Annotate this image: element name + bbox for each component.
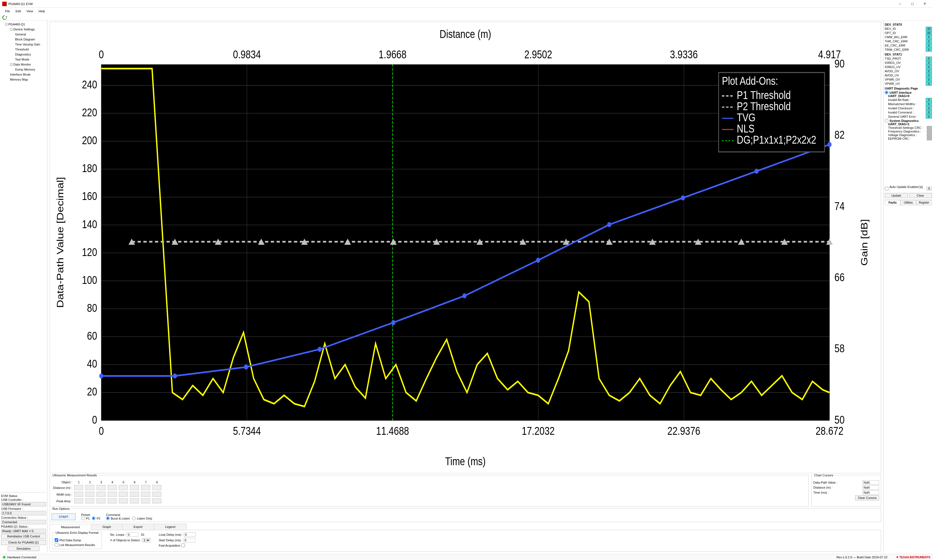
left-panel: -PGA460-Q1 -Device Settings General Bloc… bbox=[0, 21, 48, 553]
menu-edit[interactable]: Edit bbox=[13, 9, 24, 14]
tree-data-monitor[interactable]: -Data Monitor bbox=[1, 62, 46, 67]
tab-export[interactable]: Export bbox=[122, 524, 154, 530]
svg-text:100: 100 bbox=[82, 274, 97, 286]
svg-point-54 bbox=[244, 365, 248, 369]
tree-block-diagram[interactable]: Block Diagram bbox=[1, 37, 46, 42]
uart-diag0-label: UART_DIAG=0 bbox=[888, 94, 910, 98]
right-panel: DEV_STAT0 REV_ID10OPT_ID00CMW_WU_ERR0THR… bbox=[883, 21, 933, 553]
time-value[interactable] bbox=[862, 490, 879, 495]
tab-utilities[interactable]: Utilities bbox=[901, 200, 916, 205]
svg-text:22.9376: 22.9376 bbox=[667, 425, 700, 437]
status-row: EE_CRC_ERR0 bbox=[885, 43, 932, 48]
umr-cell bbox=[74, 492, 83, 497]
status-row: AVDD_UV0 bbox=[885, 73, 932, 77]
menu-file[interactable]: File bbox=[2, 9, 13, 14]
umr-cell bbox=[108, 498, 117, 503]
svg-text:180: 180 bbox=[82, 162, 97, 175]
umr-cell bbox=[97, 498, 105, 503]
svg-text:82: 82 bbox=[834, 129, 845, 141]
svg-text:60: 60 bbox=[87, 330, 97, 342]
svg-text:5.7344: 5.7344 bbox=[233, 425, 261, 437]
pga-status-label: PGA460-Q1 Status : bbox=[1, 525, 46, 528]
dist-value[interactable] bbox=[862, 485, 879, 490]
umr-cell bbox=[141, 485, 150, 490]
tree-test-mode[interactable]: Test Mode bbox=[1, 57, 46, 62]
nav-tree: -PGA460-Q1 -Device Settings General Bloc… bbox=[1, 22, 46, 492]
minimize-button[interactable]: ─ bbox=[894, 0, 906, 8]
status-row: THR_CRC_ERR0 bbox=[885, 39, 932, 43]
svg-text:Gain [dB]: Gain [dB] bbox=[859, 219, 870, 266]
menu-help[interactable]: Help bbox=[36, 9, 48, 14]
status-row: Mismatched Widths :0 bbox=[888, 102, 932, 106]
echo-chart[interactable]: 020406080100120140160180200220240005.734… bbox=[50, 22, 881, 473]
svg-text:DG;P1x1x1;P2x2x2: DG;P1x1x1;P2x2x2 bbox=[737, 134, 816, 146]
preset-p1[interactable]: P1 bbox=[81, 517, 89, 520]
objects-label: # of Objects to Detect : bbox=[110, 538, 142, 542]
maximize-button[interactable]: ▢ bbox=[906, 0, 919, 8]
uart-interface-radio[interactable]: UART Interface bbox=[885, 91, 932, 94]
preset-p2[interactable]: P2 bbox=[92, 517, 100, 520]
cmd-listen[interactable]: Listen Only bbox=[132, 517, 152, 520]
list-results-checkbox[interactable]: List Measurement Results bbox=[55, 543, 99, 547]
cmd-burst[interactable]: Burst & Listen bbox=[106, 517, 130, 520]
tree-tvg[interactable]: Time Varying Gain bbox=[1, 42, 46, 47]
dev-stat1-title: DEV_STAT1 bbox=[885, 53, 932, 56]
umr-cell bbox=[85, 492, 94, 497]
pga-status-value bbox=[1, 529, 46, 533]
menu-bar: File Edit View Help bbox=[0, 8, 933, 14]
tab-graph[interactable]: Graph bbox=[91, 524, 123, 530]
svg-text:240: 240 bbox=[82, 78, 97, 91]
svg-text:Time (ms): Time (ms) bbox=[445, 455, 485, 468]
svg-point-61 bbox=[754, 169, 759, 174]
tab-faults[interactable]: Faults bbox=[885, 200, 901, 205]
tab-measurement[interactable]: Measurement bbox=[50, 524, 91, 530]
refresh-icon[interactable] bbox=[2, 15, 7, 20]
clear-button[interactable]: Clear bbox=[909, 193, 932, 198]
svg-text:Distance (m): Distance (m) bbox=[440, 28, 491, 40]
reinitialize-button[interactable]: Reinitialize USB Control bbox=[1, 534, 46, 539]
tree-device-settings[interactable]: -Device Settings bbox=[1, 27, 46, 32]
tree-root[interactable]: -PGA460-Q1 bbox=[1, 22, 46, 27]
loops-input[interactable] bbox=[127, 532, 139, 537]
system-diag-radio[interactable]: System Diagnostics bbox=[885, 119, 932, 122]
preset-label: Preset bbox=[81, 513, 100, 517]
center-panel: 020406080100120140160180200220240005.734… bbox=[48, 21, 883, 553]
tree-memory-map[interactable]: Memory Map bbox=[1, 77, 46, 82]
auto-update-checkbox[interactable]: Auto Update Enabled [s] : 5 bbox=[885, 185, 932, 192]
simulation-button[interactable]: Simulation bbox=[8, 546, 39, 551]
tree-interface-mode[interactable]: Interface Mode bbox=[1, 72, 46, 77]
umr-cell bbox=[152, 485, 161, 490]
check-pga-button[interactable]: Check for PGA460-Q1 bbox=[1, 540, 46, 545]
umr-cell bbox=[97, 485, 105, 490]
svg-text:28.672: 28.672 bbox=[816, 425, 844, 437]
close-button[interactable]: ✕ bbox=[919, 0, 931, 8]
clear-cursors-button[interactable]: Clear Cursors bbox=[855, 495, 879, 500]
bottom-tabs: Measurement Graph Export Legend bbox=[50, 524, 881, 530]
svg-text:17.2032: 17.2032 bbox=[522, 425, 555, 437]
tree-dump-memory[interactable]: Dump Memory bbox=[1, 67, 46, 72]
tree-threshold[interactable]: Threshold bbox=[1, 47, 46, 52]
svg-point-60 bbox=[681, 195, 685, 200]
start-button[interactable]: START bbox=[52, 514, 75, 520]
right-bottom-tabs: Faults Utilities Register bbox=[885, 200, 932, 205]
start-delay-input[interactable] bbox=[183, 538, 195, 542]
svg-text:2.9502: 2.9502 bbox=[524, 48, 552, 61]
tree-general[interactable]: General bbox=[1, 32, 46, 37]
plot-data-dump-checkbox[interactable]: Plot Data Dump bbox=[55, 538, 99, 542]
loop-delay-input[interactable] bbox=[184, 532, 196, 537]
update-button[interactable]: Update bbox=[885, 193, 908, 198]
umr-cell bbox=[119, 485, 128, 490]
tab-legend[interactable]: Legend bbox=[154, 524, 187, 530]
fast-acq-checkbox[interactable]: Fast Acquisition bbox=[159, 543, 196, 547]
menu-view[interactable]: View bbox=[24, 9, 36, 14]
usb-firmware-value bbox=[1, 511, 46, 515]
svg-text:P2 Threshold: P2 Threshold bbox=[737, 100, 791, 113]
dpv-value[interactable] bbox=[862, 480, 879, 485]
svg-text:20: 20 bbox=[87, 385, 97, 398]
svg-text:P1 Threshold: P1 Threshold bbox=[737, 89, 791, 102]
svg-text:58: 58 bbox=[834, 342, 845, 355]
umr-cell bbox=[85, 485, 94, 490]
objects-select[interactable]: 1 bbox=[142, 538, 150, 542]
tab-register[interactable]: Register bbox=[916, 200, 932, 205]
tree-diagnostics[interactable]: Diagnostics bbox=[1, 52, 46, 57]
